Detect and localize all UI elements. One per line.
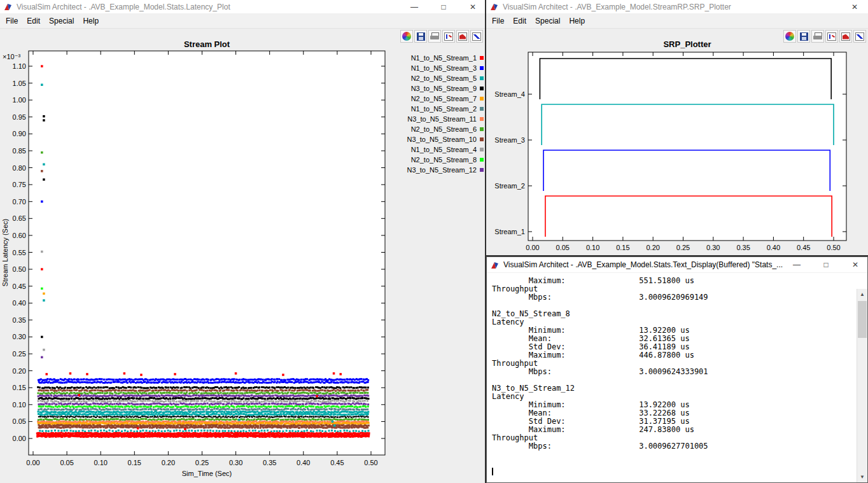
scroll-up-icon[interactable]: ▲ xyxy=(857,289,867,300)
svg-text:Stream_1: Stream_1 xyxy=(494,228,525,235)
svg-text:0.20: 0.20 xyxy=(646,244,659,251)
visualsim-app-icon xyxy=(490,3,499,11)
scroll-down-icon[interactable]: ▼ xyxy=(857,472,867,482)
latency-legend: N1_to_N5_Stream_1N1_to_N5_Stream_3N2_to_… xyxy=(385,53,484,175)
legend-swatch xyxy=(480,158,484,162)
minimize-icon[interactable]: — xyxy=(793,260,801,269)
desktop: { "chrome": { "minimize": "—", "maximize… xyxy=(0,0,868,483)
menu-special[interactable]: Special xyxy=(45,15,78,27)
svg-text:1.10: 1.10 xyxy=(13,62,26,70)
legend-item: N1_to_N5_Stream_2 xyxy=(385,104,484,114)
svg-text:0.10: 0.10 xyxy=(586,244,599,251)
svg-text:0.75: 0.75 xyxy=(13,181,26,188)
svg-text:0.45: 0.45 xyxy=(13,283,26,290)
menu-edit[interactable]: Edit xyxy=(22,15,45,27)
svg-text:0.35: 0.35 xyxy=(263,459,276,466)
stats-text-area: Maximum: 551.51800 us Throughput Mbps: 3… xyxy=(487,273,867,482)
srp-window-titlebar[interactable]: VisualSim Architect - .AVB_Example_Model… xyxy=(486,0,868,14)
scrollbar-thumb[interactable] xyxy=(858,301,867,338)
maximize-icon[interactable]: □ xyxy=(822,260,830,269)
svg-text:0.25: 0.25 xyxy=(676,244,690,251)
stats-text[interactable]: Maximum: 551.51800 us Throughput Mbps: 3… xyxy=(487,273,857,475)
menu-special[interactable]: Special xyxy=(531,15,564,27)
maximize-icon[interactable]: □ xyxy=(440,3,447,11)
window-title: VisualSim Architect - .AVB_Example_Model… xyxy=(17,3,407,11)
menu-help[interactable]: Help xyxy=(564,15,589,27)
close-icon[interactable]: ✕ xyxy=(469,3,477,11)
legend-label: N3_to_N5_Stream_11 xyxy=(407,115,477,123)
legend-swatch xyxy=(480,87,484,90)
svg-text:×10⁻³: ×10⁻³ xyxy=(3,53,20,60)
svg-text:0.05: 0.05 xyxy=(556,244,570,251)
svg-text:0.90: 0.90 xyxy=(13,130,26,137)
legend-swatch xyxy=(480,107,484,111)
svg-text:0.25: 0.25 xyxy=(13,350,26,358)
svg-text:0.00: 0.00 xyxy=(26,459,39,466)
legend-item: N3_to_N5_Stream_12 xyxy=(385,165,484,175)
svg-text:0.85: 0.85 xyxy=(13,147,26,155)
menu-file[interactable]: File xyxy=(487,15,508,27)
text-cursor xyxy=(492,468,493,475)
svg-text:Stream_3: Stream_3 xyxy=(494,136,525,144)
legend-item: N3_to_N5_Stream_10 xyxy=(385,134,484,144)
svg-text:0.10: 0.10 xyxy=(94,459,107,466)
legend-swatch xyxy=(480,168,484,172)
latency-plot-window: VisualSim Architect - .AVB_Example_Model… xyxy=(0,0,485,483)
svg-text:0.55: 0.55 xyxy=(13,249,26,256)
close-icon[interactable]: ✕ xyxy=(851,3,858,11)
latency-window-titlebar[interactable]: VisualSim Architect - .AVB_Example_Model… xyxy=(0,0,485,14)
svg-text:0.05: 0.05 xyxy=(13,417,26,425)
legend-swatch xyxy=(480,97,484,101)
legend-swatch xyxy=(480,137,484,141)
svg-text:0.35: 0.35 xyxy=(13,316,26,324)
close-icon[interactable]: ✕ xyxy=(851,260,859,269)
minimize-icon[interactable]: — xyxy=(410,3,418,11)
svg-text:0.35: 0.35 xyxy=(736,244,750,251)
svg-text:0.20: 0.20 xyxy=(13,367,26,375)
legend-item: N3_to_N5_Stream_11 xyxy=(385,114,484,124)
legend-label: N3_to_N5_Stream_12 xyxy=(407,166,477,174)
svg-text:0.15: 0.15 xyxy=(128,459,141,466)
svg-text:Stream_4: Stream_4 xyxy=(494,90,525,98)
svg-text:0.15: 0.15 xyxy=(616,244,629,251)
menu-edit[interactable]: Edit xyxy=(508,15,531,27)
legend-item: N1_to_N5_Stream_4 xyxy=(385,144,484,155)
stats-window-titlebar[interactable]: VisualSim Architect - .AVB_Example_Model… xyxy=(487,257,867,273)
legend-swatch xyxy=(480,117,484,121)
vertical-scrollbar[interactable]: ▲ ▼ xyxy=(857,289,867,482)
svg-text:0.80: 0.80 xyxy=(13,164,26,172)
latency-menubar: File Edit Special Help xyxy=(0,14,485,29)
legend-item: N1_to_N5_Stream_3 xyxy=(385,63,484,73)
legend-swatch xyxy=(480,66,484,70)
svg-text:0.25: 0.25 xyxy=(195,459,209,466)
legend-label: N2_to_N5_Stream_5 xyxy=(411,74,477,82)
srp-menubar: File Edit Special Help xyxy=(486,14,868,29)
srp-plotter-window: VisualSim Architect - .AVB_Example_Model… xyxy=(486,0,868,255)
svg-text:0.45: 0.45 xyxy=(797,244,810,251)
srp-plot-canvas[interactable]: 0.000.050.100.150.200.250.300.350.400.45… xyxy=(486,29,868,255)
legend-item: N2_to_N5_Stream_5 xyxy=(385,73,484,83)
window-title: VisualSim Architect - .AVB_Example_Model… xyxy=(503,3,847,11)
stats-text-window: VisualSim Architect - .AVB_Example_Model… xyxy=(486,256,868,483)
svg-text:0.70: 0.70 xyxy=(13,198,26,206)
svg-text:0.40: 0.40 xyxy=(767,244,780,251)
legend-label: N3_to_N5_Stream_10 xyxy=(407,136,477,143)
svg-text:0.30: 0.30 xyxy=(13,333,26,340)
svg-text:0.60: 0.60 xyxy=(13,232,26,239)
menu-help[interactable]: Help xyxy=(78,15,103,27)
legend-swatch xyxy=(480,56,484,60)
legend-swatch xyxy=(480,127,484,131)
legend-label: N1_to_N5_Stream_1 xyxy=(411,54,477,62)
menu-file[interactable]: File xyxy=(1,15,22,27)
svg-text:Sim_Time (Sec): Sim_Time (Sec) xyxy=(182,470,232,477)
svg-text:0.50: 0.50 xyxy=(13,265,26,273)
legend-label: N2_to_N5_Stream_8 xyxy=(411,156,477,164)
svg-text:Stream Latency (Sec): Stream Latency (Sec) xyxy=(1,219,9,286)
svg-text:0.50: 0.50 xyxy=(827,244,840,251)
svg-text:0.50: 0.50 xyxy=(364,459,377,466)
svg-text:Stream_2: Stream_2 xyxy=(494,182,525,190)
svg-text:0.15: 0.15 xyxy=(13,384,26,391)
svg-text:0.30: 0.30 xyxy=(229,459,242,466)
svg-text:0.05: 0.05 xyxy=(60,459,73,466)
svg-text:0.45: 0.45 xyxy=(330,459,344,466)
